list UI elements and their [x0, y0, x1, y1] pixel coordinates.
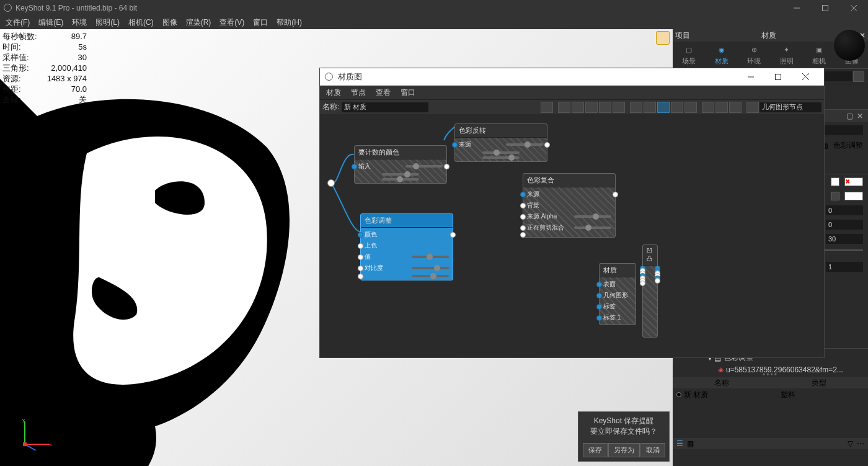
graph-tool-5[interactable]	[613, 102, 625, 113]
filter-icon[interactable]: ▽	[848, 439, 853, 448]
port-out[interactable]	[444, 164, 450, 169]
graph-tool-2[interactable]	[572, 102, 584, 113]
menu-edit[interactable]: 编辑(E)	[34, 16, 68, 30]
maximize-button[interactable]	[811, 0, 839, 16]
graph-menu-material[interactable]: 材质	[321, 86, 346, 100]
tab-material[interactable]: ◉材质	[711, 42, 732, 68]
graph-menu-window[interactable]: 窗口	[396, 86, 420, 100]
node-bump-1[interactable]: 凹凸	[642, 244, 658, 338]
node-color-adjust[interactable]: 色彩调整 颜色 上色 值 对比度	[360, 213, 453, 280]
graph-tool-9[interactable]	[671, 102, 683, 113]
prop-sat-input[interactable]	[826, 220, 863, 230]
node-color-composite[interactable]: 色彩复合 来源 背景 来源 Alpha 正在剪切混合	[523, 173, 616, 238]
menu-help[interactable]: 帮助(H)	[272, 16, 306, 30]
cancel-button[interactable]: 取消	[640, 443, 665, 457]
port-in[interactable]	[520, 203, 526, 208]
port-in[interactable]	[452, 142, 458, 148]
list-item[interactable]: 新 材质 塑料	[673, 388, 868, 401]
prop-value-input[interactable]	[826, 234, 863, 244]
graph-name-input[interactable]	[342, 102, 428, 112]
graph-maximize-button[interactable]	[764, 68, 792, 86]
property-pop-icon[interactable]: ▢	[846, 112, 855, 120]
property-close-icon[interactable]: ✕	[857, 112, 866, 120]
save-material-button[interactable]	[853, 71, 864, 82]
menu-view[interactable]: 查看(V)	[215, 16, 249, 30]
port-in[interactable]	[640, 280, 645, 286]
port-in[interactable]	[520, 225, 526, 231]
scene-icon: ▢	[683, 44, 694, 55]
tab-environment[interactable]: ⊕环境	[743, 42, 764, 68]
menu-file[interactable]: 文件(F)	[1, 16, 34, 30]
graph-canvas[interactable]: 要计数的颜色 输入 色彩反转 来源 色彩调整 颜色 上色 值 对比度	[320, 114, 824, 357]
menu-render[interactable]: 渲染(R)	[182, 16, 216, 30]
node-type-value[interactable]: 色彩调整	[833, 140, 863, 151]
tab-camera[interactable]: ▣相机	[808, 42, 830, 68]
port-in[interactable]	[520, 232, 526, 238]
node-material[interactable]: 材质 表面 几何图形 标签 标签 1	[599, 263, 636, 325]
graph-tool-7[interactable]	[644, 102, 656, 113]
list-col-name[interactable]: 名称	[673, 377, 771, 388]
prop-contrast-input[interactable]	[826, 262, 863, 272]
graph-close-button[interactable]	[792, 68, 819, 86]
graph-minimize-button[interactable]	[737, 68, 764, 86]
port-out[interactable]	[544, 142, 550, 148]
list-resize-handle[interactable]: ••••	[673, 372, 868, 377]
graph-menu-view[interactable]: 查看	[371, 86, 396, 100]
minimize-button[interactable]	[782, 0, 811, 16]
viewport-tool-button[interactable]	[656, 31, 670, 45]
node-color-invert[interactable]: 色彩反转 来源	[454, 123, 547, 162]
prop-color-swatch[interactable]	[831, 177, 839, 186]
port-in[interactable]	[358, 266, 363, 271]
more-icon[interactable]: ⋯	[857, 439, 864, 448]
port-in[interactable]	[520, 192, 526, 197]
port-in[interactable]	[358, 243, 363, 249]
save-as-button[interactable]: 另存为	[608, 443, 640, 457]
node-count-color[interactable]: 要计数的颜色 输入	[354, 145, 447, 184]
graph-tool-14[interactable]	[746, 102, 759, 113]
graph-tool-4[interactable]	[599, 102, 611, 113]
graph-titlebar[interactable]: 材质图	[320, 68, 824, 86]
close-button[interactable]	[839, 0, 868, 16]
graph-search-input[interactable]	[760, 102, 822, 112]
port-in[interactable]	[520, 214, 526, 220]
graph-tool-3[interactable]	[585, 102, 598, 113]
prop-color-value[interactable]: ✖	[844, 177, 863, 186]
port-in[interactable]	[596, 282, 602, 287]
port-in[interactable]	[596, 293, 602, 298]
save-button[interactable]: 保存	[583, 443, 608, 457]
port-in[interactable]	[596, 315, 602, 321]
graph-tool-1[interactable]	[558, 102, 570, 113]
graph-tool-11[interactable]	[702, 102, 714, 113]
material-preview-sphere[interactable]	[834, 30, 865, 61]
port-out[interactable]	[450, 232, 456, 238]
menu-lighting[interactable]: 照明(L)	[91, 16, 124, 30]
menu-image[interactable]: 图像	[158, 16, 182, 30]
port-in[interactable]	[358, 274, 363, 279]
graph-menu-node[interactable]: 节点	[346, 86, 371, 100]
menu-environment[interactable]: 环境	[68, 16, 91, 30]
menu-camera[interactable]: 相机(C)	[124, 16, 158, 30]
graph-tool-6[interactable]	[630, 102, 642, 113]
graph-root-port[interactable]	[327, 179, 335, 187]
graph-tool-10[interactable]	[684, 102, 697, 113]
port-out[interactable]	[655, 278, 660, 284]
port-out[interactable]	[613, 192, 618, 197]
port-in[interactable]	[596, 304, 602, 310]
prop-hue-input[interactable]	[826, 205, 863, 215]
port-in[interactable]	[358, 232, 363, 238]
graph-tool-8[interactable]	[657, 102, 670, 113]
port-in[interactable]	[358, 254, 363, 260]
tab-lighting[interactable]: ✦照明	[776, 42, 797, 68]
view-list-icon[interactable]: ☰	[676, 439, 683, 448]
menu-window[interactable]: 窗口	[249, 16, 272, 30]
list-col-type[interactable]: 类型	[771, 377, 869, 388]
axis-gizmo-icon[interactable]: x y	[19, 416, 53, 450]
prop-tint-swatch[interactable]	[831, 192, 839, 200]
view-grid-icon[interactable]: ▦	[687, 439, 694, 448]
graph-tool-save[interactable]	[541, 102, 553, 113]
port-in[interactable]	[352, 164, 357, 169]
prop-tint-value[interactable]	[844, 192, 863, 200]
graph-tool-13[interactable]	[729, 102, 742, 113]
tab-scene[interactable]: ▢场景	[678, 42, 699, 68]
graph-tool-12[interactable]	[715, 102, 728, 113]
